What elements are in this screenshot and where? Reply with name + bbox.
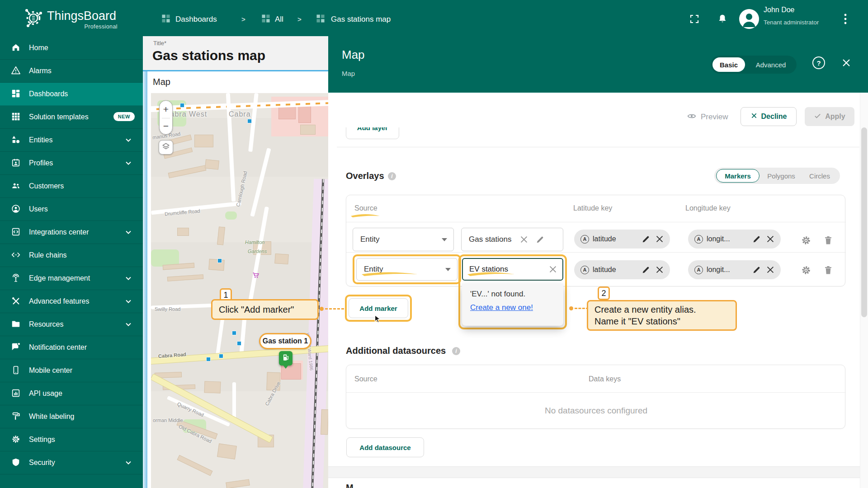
add-layer-button[interactable]: Add layer <box>346 127 399 139</box>
create-new-link[interactable]: Create a new one! <box>470 303 533 312</box>
sidebar-item-rule-chains[interactable]: Rule chains <box>0 244 143 267</box>
sidebar-item-white-labeling[interactable]: White labeling <box>0 405 143 428</box>
edit-pencil-icon[interactable] <box>535 235 545 244</box>
row-settings-gear-icon[interactable] <box>800 264 812 276</box>
sidebar-item-label: Mobile center <box>29 366 72 375</box>
apply-button[interactable]: Apply <box>805 107 854 126</box>
logo-title: ThingsBoard <box>47 9 116 23</box>
column-longitude-key: Longitude key <box>685 204 731 212</box>
sidebar-item-customers[interactable]: Customers <box>0 175 143 198</box>
zoom-out-button[interactable]: − <box>160 118 172 135</box>
phone-icon <box>11 365 22 376</box>
tab-circles[interactable]: Circles <box>803 172 836 180</box>
remove-icon[interactable] <box>655 265 665 275</box>
breadcrumb-all[interactable]: All <box>275 15 283 24</box>
tab-polygons[interactable]: Polygons <box>760 172 803 180</box>
layers-button[interactable] <box>159 140 173 155</box>
breadcrumb-current[interactable]: Gas stations map <box>331 15 391 24</box>
row-settings-gear-icon[interactable] <box>800 235 812 246</box>
longitude-key-chip[interactable]: A longit... <box>688 230 781 249</box>
tab-basic[interactable]: Basic <box>712 57 745 72</box>
sidebar-item-mobile-center[interactable]: Mobile center <box>0 359 143 382</box>
add-datasource-button[interactable]: Add datasource <box>346 437 424 457</box>
widget-selection-border-left[interactable] <box>143 71 147 488</box>
attribute-type-icon: A <box>580 235 589 244</box>
sidebar-item-label: Alarms <box>29 67 52 75</box>
chevron-down-icon <box>124 136 133 145</box>
tab-markers[interactable]: Markers <box>716 169 760 183</box>
kebab-menu-icon[interactable] <box>843 13 848 25</box>
sidebar-item-advanced-features[interactable]: Advanced features <box>0 290 143 313</box>
sidebar-item-edge-management[interactable]: Edge management <box>0 267 143 290</box>
sidebar-item-integrations-center[interactable]: Integrations center <box>0 221 143 244</box>
section-divider <box>337 147 859 147</box>
tab-advanced[interactable]: Advanced <box>745 61 797 69</box>
map-canvas[interactable]: Cabra West Cabra manus Road Drumcliffe R… <box>151 93 328 488</box>
sidebar-item-resources[interactable]: Resources <box>0 313 143 336</box>
entities-icon <box>11 135 22 145</box>
sidebar-item-alarms[interactable]: Alarms <box>0 60 143 83</box>
breadcrumb-dashboards[interactable]: Dashboards <box>175 15 217 24</box>
remove-icon[interactable] <box>765 234 775 244</box>
settings-subtitle: Map <box>342 70 355 77</box>
latitude-key-chip[interactable]: A latitude <box>574 260 670 279</box>
help-icon[interactable]: ? <box>812 56 825 69</box>
fullscreen-icon[interactable] <box>689 14 700 24</box>
notifications-bell-icon[interactable] <box>717 13 728 25</box>
overlays-heading: Overlays <box>346 171 384 181</box>
title-field-label: Title* <box>153 40 166 47</box>
sidebar-item-label: Home <box>29 44 48 52</box>
zoom-in-button[interactable]: + <box>160 101 172 118</box>
scrollbar-thumb[interactable] <box>861 127 867 317</box>
close-icon[interactable] <box>841 57 852 68</box>
source-type-select[interactable]: Entity <box>356 258 458 281</box>
sidebar-item-notification-center[interactable]: Notification center <box>0 336 143 359</box>
entity-alias-field[interactable]: Gas stations <box>461 228 563 251</box>
badge-icon <box>11 158 22 169</box>
scrollbar-track[interactable] <box>860 93 868 488</box>
sidebar-item-label: Notification center <box>29 343 87 352</box>
entity-alias-input[interactable]: EV stations <box>462 258 563 281</box>
key-label: longit... <box>707 266 748 274</box>
map-handle <box>219 354 223 358</box>
row-delete-trash-icon[interactable] <box>823 264 835 276</box>
chevron-down-icon <box>124 228 133 237</box>
cursor-pointer-icon <box>373 314 382 324</box>
map-handle <box>232 331 236 335</box>
decline-button[interactable]: Decline <box>741 107 797 126</box>
sidebar-item-api-usage[interactable]: API usage <box>0 382 143 405</box>
dashboard-title-input[interactable]: Gas stations map <box>152 48 265 63</box>
sidebar-item-solution-templates[interactable]: Solution templates NEW <box>0 106 143 129</box>
row-delete-trash-icon[interactable] <box>823 235 835 246</box>
antenna-icon <box>11 273 22 284</box>
column-source: Source <box>354 375 377 383</box>
sidebar-item-security[interactable]: Security <box>0 451 143 474</box>
gas-station-marker[interactable] <box>279 351 292 366</box>
preview-button[interactable]: Preview <box>701 113 728 122</box>
edit-pencil-icon[interactable] <box>641 234 651 244</box>
source-type-select[interactable]: Entity <box>353 228 454 251</box>
sidebar-item-entities[interactable]: Entities <box>0 129 143 152</box>
map-road-label: Swilly Road <box>155 306 180 312</box>
remove-icon[interactable] <box>765 265 775 275</box>
clear-icon[interactable] <box>548 264 558 274</box>
remove-icon[interactable] <box>655 234 665 244</box>
key-label: latitude <box>593 235 637 243</box>
latitude-key-chip[interactable]: A latitude <box>574 230 670 249</box>
sidebar-item-users[interactable]: Users <box>0 198 143 221</box>
clear-icon[interactable] <box>519 235 529 244</box>
tools-icon <box>11 296 22 307</box>
additional-datasources-heading: Additional datasources <box>346 346 446 356</box>
sidebar-item-dashboards[interactable]: Dashboards <box>0 83 143 106</box>
edit-pencil-icon[interactable] <box>752 265 762 275</box>
sidebar-item-home[interactable]: Home <box>0 37 143 60</box>
sidebar-item-label: Integrations center <box>29 228 89 236</box>
highlight-underline <box>350 213 382 219</box>
sidebar-item-profiles[interactable]: Profiles <box>0 152 143 175</box>
column-latitude-key: Latitude key <box>573 204 612 212</box>
longitude-key-chip[interactable]: A longit... <box>688 260 781 279</box>
edit-pencil-icon[interactable] <box>641 265 651 275</box>
sidebar-item-settings[interactable]: Settings <box>0 428 143 451</box>
edit-pencil-icon[interactable] <box>752 234 762 244</box>
avatar[interactable] <box>739 9 759 29</box>
